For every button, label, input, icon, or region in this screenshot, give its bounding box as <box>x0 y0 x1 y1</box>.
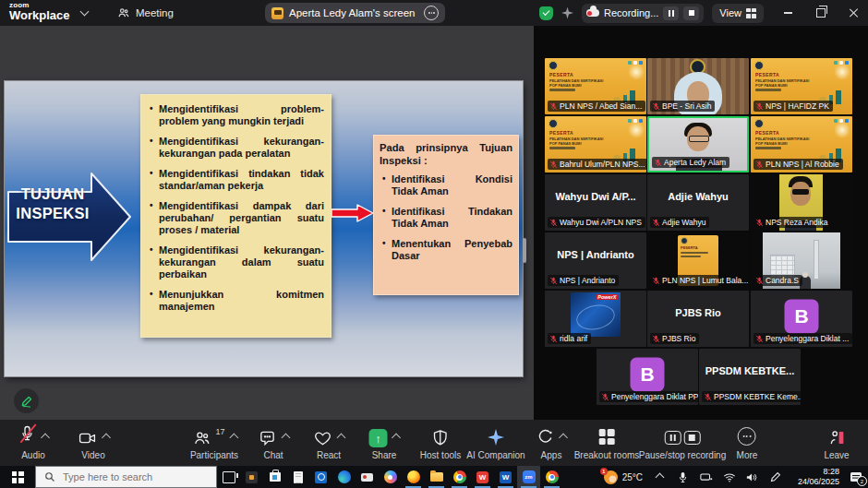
video-tile[interactable]: NPS | Andrianto NPS | Andrianto <box>545 232 646 289</box>
stop-recording-button[interactable] <box>683 6 699 20</box>
pause-stop-recording-button[interactable]: Pause/stop recording <box>639 424 727 460</box>
video-tile[interactable]: PESERTA PELATIHAN DAN SERTIFIKASI POP PA… <box>751 116 852 173</box>
slide-scrollbar-thumb[interactable] <box>523 238 526 263</box>
annotate-button[interactable] <box>14 388 39 413</box>
share-chevron-icon[interactable] <box>392 434 401 443</box>
video-tile[interactable]: PESERTA PELATIHAN DAN SERTIFIKASI POP PA… <box>545 116 646 173</box>
shield-icon <box>431 428 450 447</box>
start-button[interactable] <box>0 466 35 488</box>
restore-button[interactable] <box>814 6 827 20</box>
participant-name-label: Wahyu Dwi A/PLN NPS <box>548 217 645 228</box>
participant-name-label: PJBS Rio <box>650 333 699 344</box>
goal-bullet: Mengidentifikasi kekurangan-kekurangan p… <box>147 136 324 160</box>
leave-button[interactable]: Leave <box>824 424 849 460</box>
video-chevron-icon[interactable] <box>102 434 111 443</box>
ai-sparkle-icon[interactable] <box>561 7 573 19</box>
taskbar-app-explorer[interactable] <box>425 466 448 488</box>
tray-pen[interactable] <box>764 466 787 488</box>
taskbar-app-chrome-2[interactable] <box>540 466 563 488</box>
taskbar-app-store[interactable] <box>263 466 286 488</box>
video-tile[interactable]: PESERTA PELATIHAN DAN SERTIFIKASI POP PA… <box>545 58 646 114</box>
time-label: 8:28 <box>791 467 839 477</box>
video-tile[interactable]: BPE - Sri Asih <box>647 58 749 114</box>
video-tile[interactable]: NPS Reza Andika <box>751 174 852 231</box>
mic-muted-icon <box>652 219 660 227</box>
brand-chevron-down-icon[interactable] <box>80 7 90 17</box>
view-button[interactable]: View <box>712 4 764 23</box>
poster-emblem-icon <box>549 119 558 128</box>
tray-wifi[interactable] <box>717 466 741 488</box>
taskbar-app-zoom[interactable] <box>517 466 540 488</box>
leave-icon <box>826 428 847 447</box>
audio-button[interactable]: Audio <box>18 424 49 460</box>
poster-title: PESERTA <box>755 72 779 77</box>
pencil-icon <box>20 395 33 408</box>
share-button[interactable]: Share <box>369 424 400 460</box>
video-button[interactable]: Video <box>78 424 110 460</box>
breakout-rooms-button[interactable]: Breakout rooms <box>574 424 640 460</box>
chat-chevron-icon[interactable] <box>282 434 291 443</box>
poster-title: PESERTA <box>549 72 573 77</box>
search-input[interactable] <box>61 470 203 483</box>
tray-microphone[interactable] <box>671 466 694 488</box>
taskbar-app-copilot[interactable] <box>379 466 402 488</box>
video-tile[interactable]: B Penyelenggara Diklat PP... <box>597 349 698 405</box>
audio-chevron-icon[interactable] <box>41 434 50 443</box>
video-tile[interactable]: Candra.S <box>751 232 852 289</box>
apps-button[interactable]: Apps <box>536 424 567 460</box>
pause-recording-button[interactable] <box>663 6 679 20</box>
taskbar-search[interactable] <box>35 466 217 488</box>
react-chevron-icon[interactable] <box>337 434 346 443</box>
security-shield-icon[interactable] <box>539 6 553 20</box>
tray-cast-device[interactable] <box>694 466 717 488</box>
video-tile[interactable]: PESERTA PLN NPS | Lumut Bala... <box>647 232 749 289</box>
mic-muted-icon <box>652 277 660 285</box>
video-tile[interactable]: PJBS Rio PJBS Rio <box>647 291 749 347</box>
host-tools-button[interactable]: Host tools <box>420 424 461 460</box>
tab-shared-screen[interactable]: Aperta Ledy Alam's screen <box>265 3 445 23</box>
word-icon <box>500 471 512 483</box>
tab-meeting[interactable]: Meeting <box>117 0 174 26</box>
video-tile[interactable]: PPSDM KEBTKE... PPSDM KEBTKE Keme... <box>699 349 801 405</box>
taskbar-app-notepad[interactable] <box>286 466 309 488</box>
mic-muted-icon <box>654 159 662 167</box>
minimize-button[interactable] <box>781 6 794 20</box>
apps-chevron-icon[interactable] <box>559 434 568 443</box>
tray-volume[interactable] <box>741 466 764 488</box>
taskbar-app-projector[interactable] <box>356 466 379 488</box>
taskbar-clock[interactable]: 8:28 24/06/2025 <box>791 467 839 488</box>
taskbar-app-edge[interactable] <box>332 466 356 488</box>
action-center-button[interactable]: 2 <box>844 466 868 488</box>
video-tile-active-speaker[interactable]: Aperta Ledy Alam <box>647 116 749 173</box>
video-tile[interactable]: PESERTA PELATIHAN DAN SERTIFIKASI POP PA… <box>751 58 852 114</box>
share-screen-icon <box>369 429 388 447</box>
video-tile[interactable]: Adjie Wahyu Adjie Wahyu <box>647 174 749 231</box>
participant-name-label: NPS | Andrianto <box>548 275 619 286</box>
taskbar-app-word[interactable] <box>494 466 517 488</box>
video-tile[interactable]: B Penyelenggara Diklat ... <box>751 291 852 347</box>
weather-widget[interactable]: 1 25°C <box>598 466 648 488</box>
shared-screen-region: TUJUAN INSPEKSI Mengidentifikasi problem… <box>0 26 534 420</box>
tab-options-ellipsis-icon[interactable] <box>424 6 439 20</box>
video-tile[interactable]: PowerX ridla arif <box>545 291 646 347</box>
taskbar-app-firefox[interactable] <box>402 466 425 488</box>
taskbar-app-chrome[interactable] <box>448 466 471 488</box>
task-view-button[interactable] <box>217 466 240 488</box>
close-button[interactable] <box>848 6 861 20</box>
goal-bullet: Mengidentifikasi dampak dari perubahan/ … <box>147 200 324 236</box>
taskbar-app-photos[interactable] <box>240 466 263 488</box>
taskbar-app-wps[interactable] <box>471 466 494 488</box>
more-button[interactable]: More <box>737 424 758 460</box>
react-button[interactable]: React <box>313 424 344 460</box>
goal-bullet: Menunjukkan komitmen manajemen <box>147 289 324 313</box>
video-tile[interactable]: Wahyu Dwi A/P... Wahyu Dwi A/PLN NPS <box>545 174 646 231</box>
taskbar-app-outlook[interactable] <box>309 466 332 488</box>
participants-chevron-icon[interactable] <box>229 434 238 443</box>
tray-expand-button[interactable] <box>648 466 671 488</box>
participants-button[interactable]: 17 Participants <box>190 424 238 460</box>
chat-button[interactable]: Chat <box>258 424 289 460</box>
participant-name-label: PPSDM KEBTKE Keme... <box>702 391 801 402</box>
ai-companion-button[interactable]: AI Companion <box>466 424 524 460</box>
screen-share-icon <box>271 7 283 19</box>
people-icon <box>117 6 130 19</box>
